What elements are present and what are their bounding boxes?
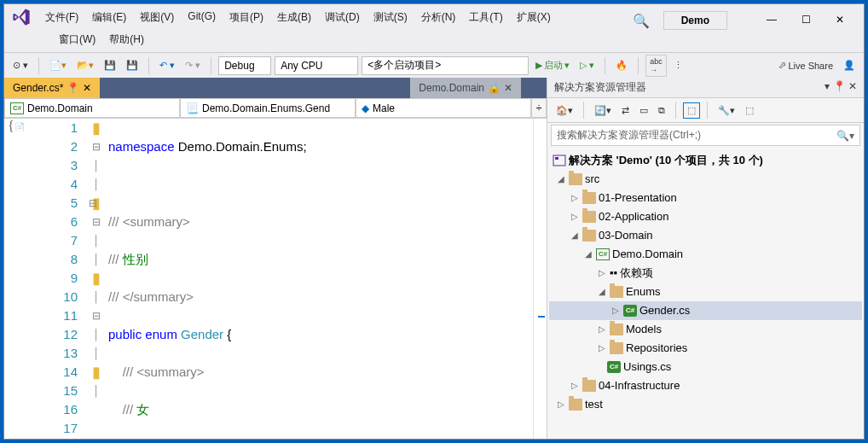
menu-debug[interactable]: 调试(D) <box>318 7 367 28</box>
sb-tool7[interactable]: ⬚ <box>742 103 757 118</box>
menu-file[interactable]: 文件(F) <box>38 7 85 28</box>
line-numbers: 1234567891011121314151617 <box>45 119 88 439</box>
search-placeholder: 搜索解决方案资源管理器(Ctrl+;) <box>557 128 701 143</box>
liveshare-button[interactable]: ⬀ Live Share <box>775 58 836 73</box>
code-margin: {📄 <box>4 119 45 439</box>
undo-button[interactable]: ↶ ▾ <box>156 58 178 73</box>
explorer-search[interactable]: 搜索解决方案资源管理器(Ctrl+;)🔍▾ <box>551 125 860 146</box>
folder-icon <box>582 192 596 204</box>
start-label: 启动 <box>544 59 563 72</box>
close-button[interactable]: ✕ <box>823 9 857 30</box>
folder-icon <box>582 230 596 242</box>
sb-tool2[interactable]: ⇄ <box>618 103 633 118</box>
nav-namespace[interactable]: C#Demo.Domain <box>4 98 180 118</box>
infra-folder[interactable]: ▷04-Infrastructure <box>549 376 862 395</box>
app-title: Demo <box>663 11 727 30</box>
tab-pin-icon[interactable]: 📍 <box>67 82 79 94</box>
tab-label: Gender.cs* <box>13 82 63 94</box>
menu-project[interactable]: 项目(P) <box>223 7 270 28</box>
config-select[interactable]: Debug <box>218 56 271 75</box>
nav-type-label: Demo.Domain.Enums.Gend <box>202 102 330 114</box>
outline-margin[interactable]: ▮⊟││▮⊟⊟││▮│⊟││▮│ <box>88 119 105 439</box>
minimize-button[interactable]: — <box>755 9 789 30</box>
tab-label: Demo.Domain <box>419 82 484 94</box>
folder-icon <box>610 342 623 354</box>
code-content[interactable]: namespace Demo.Domain.Enums; /// <summar… <box>105 119 533 439</box>
deps-icon: ▪▪ <box>610 265 617 282</box>
folder-icon <box>569 399 582 411</box>
deps-node[interactable]: ▷▪▪依赖项 <box>549 264 862 283</box>
search-icon[interactable]: 🔍 <box>633 13 650 29</box>
cs-file-icon: C# <box>623 305 637 317</box>
start-nodebug-button[interactable]: ▷ ▾ <box>576 58 598 73</box>
scrollbar[interactable] <box>533 119 547 439</box>
platform-select[interactable]: Any CPU <box>275 56 358 75</box>
sb-tool5[interactable]: ⬚ <box>683 102 700 119</box>
menu-analyze[interactable]: 分析(N) <box>414 7 463 28</box>
menu-git[interactable]: Git(G) <box>181 7 223 28</box>
redo-button[interactable]: ↷ ▾ <box>182 58 204 73</box>
menu-view[interactable]: 视图(V) <box>133 7 181 28</box>
solution-icon <box>553 154 566 166</box>
cs-proj-icon: C# <box>10 102 24 114</box>
svg-rect-1 <box>555 157 558 160</box>
domain-project[interactable]: ◢C#Demo.Domain <box>549 245 862 264</box>
usings-file[interactable]: C#Usings.cs <box>549 358 862 376</box>
cs-file-icon: C# <box>607 361 621 373</box>
folder-icon <box>610 286 623 298</box>
domain-folder[interactable]: ◢03-Domain <box>549 226 862 245</box>
vs-logo-icon <box>11 7 32 27</box>
explorer-title: 解决方案资源管理器 <box>554 80 646 95</box>
folder-icon <box>582 211 596 223</box>
folder-icon <box>610 324 623 335</box>
sb-tool1[interactable]: 🔄▾ <box>591 103 615 118</box>
sb-tool4[interactable]: ⧉ <box>655 103 668 118</box>
menu-build[interactable]: 生成(B) <box>270 7 318 28</box>
feedback-button[interactable]: 👤 <box>840 58 859 73</box>
folder-icon <box>582 380 596 392</box>
nav-type[interactable]: 📃Demo.Domain.Enums.Gend <box>180 98 356 118</box>
abc-button[interactable]: abc→ <box>645 55 667 77</box>
menu-tools[interactable]: 工具(T) <box>462 7 509 28</box>
src-folder[interactable]: ◢src <box>549 170 862 189</box>
field-icon: ◆ <box>362 102 369 114</box>
tab-gender[interactable]: Gender.cs* 📍 ✕ <box>4 78 100 98</box>
explorer-pins[interactable]: ▾ 📍 ✕ <box>825 80 857 95</box>
tab-close-icon[interactable]: ✕ <box>83 82 91 94</box>
menu-help[interactable]: 帮助(H) <box>102 29 151 50</box>
hot-reload-button[interactable]: 🔥 <box>612 58 631 73</box>
nav-member-label: Male <box>373 102 395 114</box>
open-button[interactable]: 📂▾ <box>73 58 97 73</box>
split-button[interactable]: ÷ <box>531 98 547 118</box>
nav-ns-label: Demo.Domain <box>27 102 93 114</box>
sb-tool3[interactable]: ▭ <box>636 103 651 118</box>
gender-file[interactable]: ▷C#Gender.cs <box>549 301 862 320</box>
enums-folder[interactable]: ◢Enums <box>549 283 862 301</box>
sb-home-button[interactable]: 🏠▾ <box>553 103 576 118</box>
repos-folder[interactable]: ▷Repositories <box>549 339 862 358</box>
liveshare-label: Live Share <box>788 61 833 71</box>
menu-window[interactable]: 窗口(W) <box>52 29 102 50</box>
solution-node[interactable]: 解决方案 'Demo' (10 个项目，共 10 个) <box>549 151 862 170</box>
maximize-button[interactable]: ☐ <box>789 9 823 30</box>
folder-icon <box>569 173 582 185</box>
menu-edit[interactable]: 编辑(E) <box>85 7 133 28</box>
menu-test[interactable]: 测试(S) <box>367 7 414 28</box>
sb-tool6[interactable]: 🔧▾ <box>715 103 738 118</box>
startup-select[interactable]: <多个启动项目> <box>362 56 529 75</box>
new-item-button[interactable]: 📄▾ <box>46 58 70 73</box>
menu-extensions[interactable]: 扩展(X) <box>510 7 558 28</box>
more-button[interactable]: ⋮ <box>670 58 686 73</box>
solution-tree[interactable]: 解决方案 'Demo' (10 个项目，共 10 个) ◢src ▷01-Pre… <box>547 148 864 439</box>
tab-demo-domain[interactable]: Demo.Domain 🔒 ✕ <box>410 78 521 98</box>
test-folder[interactable]: ▷test <box>549 395 862 414</box>
application-folder[interactable]: ▷02-Application <box>549 207 862 226</box>
start-button[interactable]: ▶ 启动 ▾ <box>532 57 573 73</box>
nav-member[interactable]: ◆Male <box>356 98 531 118</box>
nav-back-button[interactable]: ⊙ ▾ <box>9 58 32 73</box>
save-all-button[interactable]: 💾 <box>123 58 142 73</box>
models-folder[interactable]: ▷Models <box>549 320 862 339</box>
presentation-folder[interactable]: ▷01-Presentation <box>549 189 862 207</box>
search-icon: 🔍▾ <box>836 130 854 142</box>
save-button[interactable]: 💾 <box>101 58 119 73</box>
